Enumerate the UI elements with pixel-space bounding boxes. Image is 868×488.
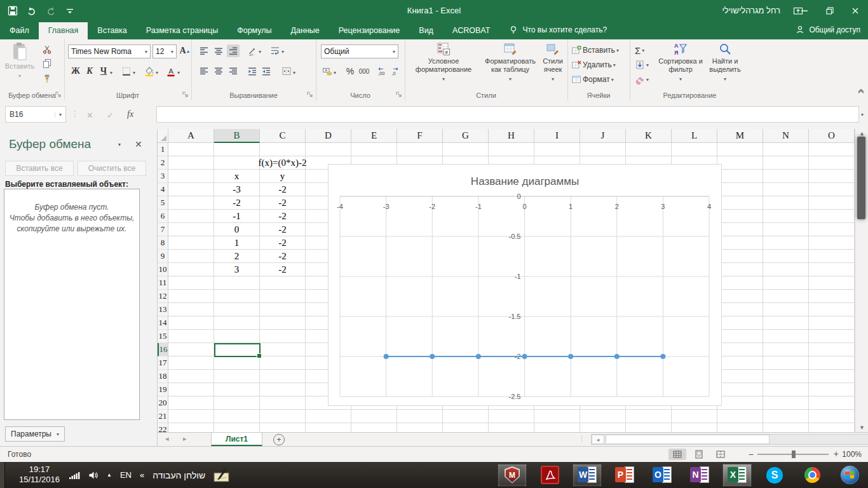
- cell-B7[interactable]: 0: [214, 223, 260, 236]
- cell-G21[interactable]: [443, 410, 489, 423]
- cell-N7[interactable]: [763, 223, 809, 236]
- cell-N18[interactable]: [763, 370, 809, 383]
- format-as-table-button[interactable]: Форматировать как таблицу▾: [482, 42, 539, 83]
- ribbon-tab-данные[interactable]: Данные: [281, 22, 329, 39]
- row-header-20[interactable]: 20: [158, 396, 168, 410]
- decrease-decimal-icon[interactable]: ,0: [388, 65, 401, 78]
- row-header-6[interactable]: 6: [158, 210, 168, 223]
- cell-B4[interactable]: -3: [214, 183, 260, 196]
- row-header-22[interactable]: 22: [158, 423, 168, 432]
- cell-B8[interactable]: 1: [214, 236, 260, 250]
- cell-A18[interactable]: [168, 370, 214, 383]
- font-dialog-launcher[interactable]: [182, 91, 189, 98]
- row-header-12[interactable]: 12: [158, 290, 168, 303]
- collapse-ribbon-icon[interactable]: [857, 88, 865, 94]
- cell-G22[interactable]: [443, 423, 489, 432]
- wrap-text-icon[interactable]: [269, 44, 281, 57]
- align-bottom-icon[interactable]: [227, 44, 240, 57]
- cell-A4[interactable]: [168, 183, 214, 196]
- cell-N13[interactable]: [763, 303, 809, 316]
- orientation-dropdown[interactable]: ▾: [259, 49, 261, 55]
- cell-C5[interactable]: -2: [260, 196, 306, 210]
- row-header-9[interactable]: 9: [158, 250, 168, 263]
- scroll-up-icon[interactable]: ▲: [855, 130, 868, 137]
- row-header-8[interactable]: 8: [158, 236, 168, 250]
- taskbar-icon-onenote[interactable]: N: [685, 464, 714, 487]
- cell-O17[interactable]: [809, 356, 855, 370]
- cell-A6[interactable]: [168, 210, 214, 223]
- cell-A22[interactable]: [168, 423, 214, 432]
- cell-O11[interactable]: [809, 276, 855, 290]
- cell-A19[interactable]: [168, 383, 214, 396]
- cell-C19[interactable]: [260, 383, 306, 396]
- cell-A3[interactable]: [168, 170, 214, 183]
- cell-N8[interactable]: [763, 236, 809, 250]
- taskbar-icon-word[interactable]: W: [573, 464, 602, 487]
- cell-C20[interactable]: [260, 396, 306, 410]
- cell-M14[interactable]: [717, 316, 763, 330]
- cell-M2[interactable]: [717, 156, 763, 170]
- vertical-scrollbar[interactable]: ▲ ▼: [855, 129, 868, 432]
- taskbar-icon-chrome[interactable]: [797, 464, 827, 487]
- taskbar-icon-outlook[interactable]: O: [648, 464, 677, 487]
- column-header-K[interactable]: K: [626, 129, 672, 143]
- cell-O1[interactable]: [809, 143, 855, 156]
- cell-B21[interactable]: [214, 410, 260, 423]
- insert-function-icon[interactable]: fx: [127, 109, 133, 119]
- pane-menu-dropdown[interactable]: ▾: [118, 142, 121, 147]
- cell-I22[interactable]: [534, 423, 580, 432]
- cell-M9[interactable]: [717, 250, 763, 263]
- number-format-combo[interactable]: Общий▾: [321, 44, 398, 58]
- cell-O10[interactable]: [809, 263, 855, 276]
- volume-icon[interactable]: [88, 471, 98, 480]
- copy-icon[interactable]: [41, 57, 53, 70]
- alignment-dialog-launcher[interactable]: [306, 91, 314, 98]
- cell-M17[interactable]: [717, 356, 763, 370]
- fill-button[interactable]: ▾: [635, 58, 649, 72]
- row-header-7[interactable]: 7: [158, 223, 168, 236]
- cell-A9[interactable]: [168, 250, 214, 263]
- cell-N11[interactable]: [763, 276, 809, 290]
- cell-C4[interactable]: -2: [260, 183, 306, 196]
- column-header-N[interactable]: N: [763, 129, 809, 143]
- cell-N3[interactable]: [763, 170, 809, 183]
- cell-G1[interactable]: [443, 143, 489, 156]
- pane-close-icon[interactable]: ✕: [135, 139, 142, 149]
- cell-C1[interactable]: [260, 143, 306, 156]
- signed-in-user[interactable]: רחל מגרהלישוילי: [722, 6, 780, 15]
- font-size-combo[interactable]: 12▾: [153, 44, 177, 58]
- cell-N22[interactable]: [763, 423, 809, 432]
- cell-B10[interactable]: 3: [214, 263, 260, 276]
- cell-J21[interactable]: [580, 410, 626, 423]
- cell-K21[interactable]: [626, 410, 672, 423]
- fill-color-dropdown[interactable]: ▾: [156, 70, 158, 76]
- cell-O9[interactable]: [809, 250, 855, 263]
- horizontal-scroll-thumb[interactable]: [606, 435, 770, 444]
- cell-A21[interactable]: [168, 410, 214, 423]
- italic-button[interactable]: К: [83, 65, 96, 78]
- row-header-11[interactable]: 11: [158, 276, 168, 290]
- close-button[interactable]: [843, 0, 868, 21]
- accounting-format-icon[interactable]: [321, 65, 334, 78]
- cell-C18[interactable]: [260, 370, 306, 383]
- cell-B19[interactable]: [214, 383, 260, 396]
- cell-M7[interactable]: [717, 223, 763, 236]
- borders-dropdown[interactable]: ▾: [133, 70, 135, 76]
- cell-A2[interactable]: [168, 156, 214, 170]
- cell-M1[interactable]: [717, 143, 763, 156]
- cell-styles-button[interactable]: Стили ячеек▾: [539, 42, 566, 83]
- bold-button[interactable]: Ж: [69, 65, 82, 78]
- align-center-icon[interactable]: [212, 65, 225, 78]
- cell-B1[interactable]: [214, 143, 260, 156]
- font-color-dropdown[interactable]: ▾: [177, 70, 180, 76]
- cell-J22[interactable]: [580, 423, 626, 432]
- underline-dropdown[interactable]: ▾: [110, 70, 112, 76]
- decrease-indent-icon[interactable]: [246, 65, 259, 78]
- cell-N21[interactable]: [763, 410, 809, 423]
- cell-C17[interactable]: [260, 356, 306, 370]
- cell-N5[interactable]: [763, 196, 809, 210]
- cell-N15[interactable]: [763, 330, 809, 343]
- cancel-entry-icon[interactable]: ✕: [86, 111, 93, 120]
- cell-H1[interactable]: [489, 143, 534, 156]
- cell-C9[interactable]: -2: [260, 250, 306, 263]
